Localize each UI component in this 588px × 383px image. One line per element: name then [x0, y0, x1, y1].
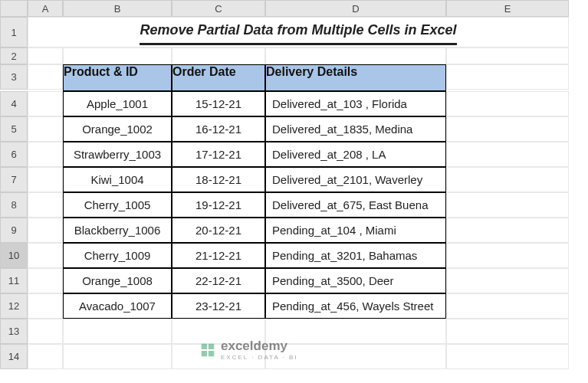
header-product[interactable]: Product & ID	[63, 64, 172, 91]
table-row[interactable]: 21-12-21	[172, 243, 265, 268]
cell-a11[interactable]	[28, 268, 63, 293]
watermark-brand: exceldemy	[221, 339, 298, 354]
cell-e14[interactable]	[446, 344, 569, 369]
cell-a3[interactable]	[28, 64, 63, 90]
table-row[interactable]: 17-12-21	[172, 142, 265, 167]
cell-e2[interactable]	[446, 47, 569, 64]
cell-e4[interactable]	[446, 91, 569, 116]
table-row[interactable]: Pending_at_3500, Deer	[265, 268, 446, 293]
watermark: exceldemy EXCEL · DATA · BI	[199, 339, 298, 361]
table-row[interactable]: 19-12-21	[172, 192, 265, 218]
table-row[interactable]: Kiwi_1004	[63, 167, 172, 192]
cell-a8[interactable]	[28, 192, 63, 218]
cell-b13[interactable]	[63, 319, 172, 344]
cell-a6[interactable]	[28, 142, 63, 167]
cell-a10[interactable]	[28, 243, 63, 268]
row-header-2[interactable]: 2	[0, 47, 28, 64]
row-header-5[interactable]: 5	[0, 116, 28, 142]
header-delivery[interactable]: Delivery Details	[265, 64, 446, 91]
cell-a4[interactable]	[28, 91, 63, 116]
cell-a5[interactable]	[28, 116, 63, 142]
cell-e6[interactable]	[446, 142, 569, 167]
table-row[interactable]: Avacado_1007	[63, 293, 172, 319]
watermark-text: exceldemy EXCEL · DATA · BI	[221, 339, 298, 361]
cell-a7[interactable]	[28, 167, 63, 192]
col-header-c[interactable]: C	[172, 0, 265, 17]
row-header-4[interactable]: 4	[0, 91, 28, 116]
table-row[interactable]: Cherry_1009	[63, 243, 172, 268]
table-row[interactable]: Strawberry_1003	[63, 142, 172, 167]
cell-d2[interactable]	[265, 47, 446, 64]
select-all-corner[interactable]	[0, 0, 28, 17]
cell-e9[interactable]	[446, 218, 569, 243]
watermark-tagline: EXCEL · DATA · BI	[221, 354, 298, 361]
cell-c2[interactable]	[172, 47, 265, 64]
table-row[interactable]: Cherry_1005	[63, 192, 172, 218]
row-header-10[interactable]: 10	[0, 243, 28, 268]
table-row[interactable]: Pending_at_456, Wayels Street	[265, 293, 446, 319]
cell-e8[interactable]	[446, 192, 569, 218]
cell-e10[interactable]	[446, 243, 569, 268]
table-row[interactable]: Delivered_at_208 , LA	[265, 142, 446, 167]
cell-a12[interactable]	[28, 293, 63, 319]
col-header-d[interactable]: D	[265, 0, 446, 17]
table-row[interactable]: Delivered_at_1835, Medina	[265, 116, 446, 142]
spreadsheet: A B C D E 1 Remove Partial Data from Mul…	[0, 0, 588, 369]
table-row[interactable]: Delivered_at_103 , Florida	[265, 91, 446, 116]
table-row[interactable]: 18-12-21	[172, 167, 265, 192]
cell-a2[interactable]	[28, 47, 63, 64]
table-row[interactable]: 16-12-21	[172, 116, 265, 142]
row-header-14[interactable]: 14	[0, 344, 28, 369]
row-header-7[interactable]: 7	[0, 167, 28, 192]
col-header-e[interactable]: E	[446, 0, 569, 17]
row-header-1[interactable]: 1	[0, 17, 28, 47]
table-row[interactable]: Apple_1001	[63, 91, 172, 116]
table-row[interactable]: 15-12-21	[172, 91, 265, 116]
row-header-12[interactable]: 12	[0, 293, 28, 319]
table-row[interactable]: Blackberry_1006	[63, 218, 172, 243]
cell-a9[interactable]	[28, 218, 63, 243]
row-header-13[interactable]: 13	[0, 319, 28, 344]
table-row[interactable]: Orange_1002	[63, 116, 172, 142]
cell-b14[interactable]	[63, 344, 172, 369]
cell-e7[interactable]	[446, 167, 569, 192]
table-row[interactable]: Pending_at_3201, Bahamas	[265, 243, 446, 268]
table-row[interactable]: 20-12-21	[172, 218, 265, 243]
table-row[interactable]: Delivered_at_675, East Buena	[265, 192, 446, 218]
brand-icon	[199, 342, 216, 358]
col-header-a[interactable]: A	[28, 0, 63, 17]
table-row[interactable]: Pending_at_104 , Miami	[265, 218, 446, 243]
cell-e5[interactable]	[446, 116, 569, 142]
cell-e12[interactable]	[446, 293, 569, 319]
row-header-8[interactable]: 8	[0, 192, 28, 218]
cell-e3[interactable]	[446, 64, 569, 90]
table-row[interactable]: 23-12-21	[172, 293, 265, 319]
row-header-3[interactable]: 3	[0, 64, 28, 90]
page-title: Remove Partial Data from Multiple Cells …	[140, 19, 456, 45]
header-order[interactable]: Order Date	[172, 64, 265, 91]
cell-a14[interactable]	[28, 344, 63, 369]
table-row[interactable]: 22-12-21	[172, 268, 265, 293]
row-header-9[interactable]: 9	[0, 218, 28, 243]
title-cell[interactable]: Remove Partial Data from Multiple Cells …	[28, 17, 569, 47]
cell-e11[interactable]	[446, 268, 569, 293]
table-row[interactable]: Orange_1008	[63, 268, 172, 293]
cell-e13[interactable]	[446, 319, 569, 344]
table-row[interactable]: Delivered_at_2101, Waverley	[265, 167, 446, 192]
cell-a13[interactable]	[28, 319, 63, 344]
col-header-b[interactable]: B	[63, 0, 172, 17]
row-header-6[interactable]: 6	[0, 142, 28, 167]
cell-b2[interactable]	[63, 47, 172, 64]
row-header-11[interactable]: 11	[0, 268, 28, 293]
